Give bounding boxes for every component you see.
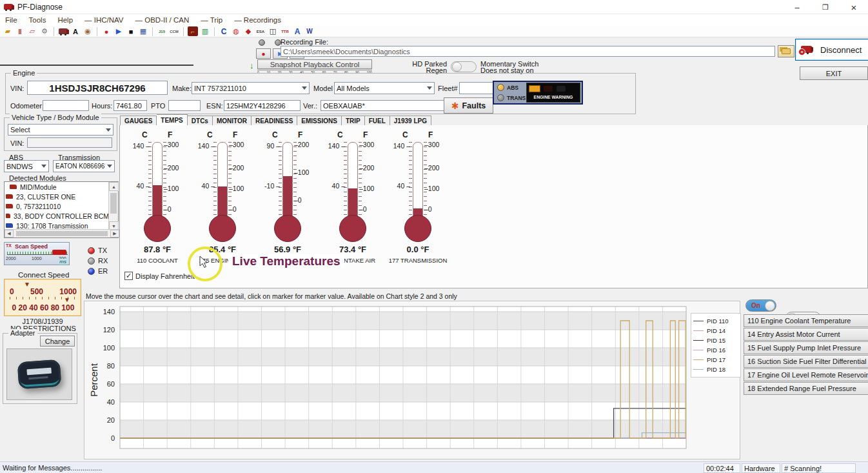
- thermometer-110-coolant: CF140 –40 ––300–200–100–087.8 °F110 COOL…: [125, 130, 190, 269]
- menu-item-ihc-nav[interactable]: — IHC/NAV: [84, 16, 124, 24]
- j1587-icon[interactable]: J15: [157, 26, 167, 36]
- recording-path-input[interactable]: C:\Users\smeek\Documents\Diagnostics: [281, 46, 775, 57]
- menu-item-file[interactable]: File: [5, 16, 17, 24]
- thermometer-bulb: [404, 215, 431, 242]
- scroll-right-icon[interactable]: ▶: [110, 230, 119, 237]
- pid-button-16[interactable]: 16 Suction Side Fuel Filter Differential…: [744, 355, 868, 368]
- display-fahrenheit-checkbox[interactable]: ✓ Display Fahrenheit: [124, 272, 195, 280]
- esn-label: ESN:: [206, 102, 223, 110]
- connection-icon[interactable]: ‖: [15, 26, 25, 36]
- cummins-icon[interactable]: C: [219, 26, 229, 36]
- celsius-header: C: [272, 130, 278, 139]
- ver-value: OEBXAUAB*: [323, 102, 365, 110]
- scroll-thumb[interactable]: [110, 193, 117, 214]
- hd-parked-regen-toggle[interactable]: [451, 61, 477, 72]
- vehicle-truck-icon[interactable]: [58, 26, 68, 36]
- faults-button[interactable]: ✱ Faults: [444, 97, 493, 114]
- chart-hint-text: Move the mouse cursor over the chart and…: [86, 292, 457, 300]
- pid-button-14[interactable]: 14 Entry Assist Motor Current: [744, 328, 868, 341]
- key-icon[interactable]: ⌐: [188, 26, 198, 36]
- esn-field[interactable]: 125HM2Y4128296: [224, 100, 301, 111]
- open-folder-icon[interactable]: ▰: [3, 26, 13, 36]
- record-button[interactable]: ●: [256, 48, 271, 59]
- led-label: RX: [98, 257, 108, 265]
- legend-label: PID 17: [707, 356, 725, 363]
- minimize-button[interactable]: –: [783, 0, 811, 14]
- toolbar-separator: [152, 27, 153, 36]
- pid-button-17[interactable]: 17 Engine Oil Level Remote Reservoir: [744, 368, 868, 381]
- allison-icon[interactable]: A: [292, 26, 302, 36]
- status-message: Waiting for Messages................: [3, 464, 102, 472]
- stop-icon[interactable]: ■: [126, 26, 136, 36]
- vertical-scrollbar[interactable]: ▲ ▼: [108, 182, 118, 230]
- pid-button-15[interactable]: 15 Fuel Supply Pump Inlet Pressure: [744, 341, 868, 354]
- module-list-item[interactable]: 0, 7573211010: [5, 201, 109, 211]
- menu-item-tools[interactable]: Tools: [29, 16, 46, 24]
- module-label: 130: 1708 Transmission: [16, 222, 88, 230]
- stamp-icon[interactable]: ◉: [83, 26, 93, 36]
- sidebar-vin-input[interactable]: [27, 137, 112, 148]
- svg-text:100: 100: [103, 344, 115, 352]
- transmission-select[interactable]: EATON K086696: [53, 160, 115, 172]
- module-list-item[interactable]: 23, CLUSTER ONE: [5, 192, 109, 201]
- ccm-icon[interactable]: CCM: [169, 26, 179, 36]
- h-scroll-thumb[interactable]: [16, 231, 108, 236]
- snapshot-playback-button[interactable]: Snapshot Playback Control: [257, 59, 372, 69]
- chart-container[interactable]: 020406080100120140Percent PID 110PID 14P…: [84, 301, 740, 459]
- on-toggle-label: On: [751, 302, 760, 309]
- module-label: 0, 7573211010: [16, 203, 61, 210]
- make-select[interactable]: INT 7573211010: [192, 82, 310, 94]
- dim-warning-icon: [544, 86, 553, 92]
- disconnect-button[interactable]: × Disconnect: [795, 39, 868, 61]
- detroit-icon[interactable]: ◍: [231, 26, 241, 36]
- menu-item-help[interactable]: Help: [57, 16, 73, 24]
- module-list-item[interactable]: MID/Module: [5, 182, 109, 192]
- menu-item-trip[interactable]: — Trip: [201, 16, 222, 24]
- line-chart[interactable]: 020406080100120140Percent: [84, 301, 740, 459]
- oc-icon[interactable]: ◫: [268, 26, 278, 36]
- on-toggle[interactable]: On: [745, 299, 776, 312]
- svg-text:0: 0: [111, 434, 115, 442]
- vehicle-type-select[interactable]: Select: [8, 124, 113, 136]
- close-button[interactable]: ×: [840, 0, 868, 14]
- ttr-icon[interactable]: TTR: [280, 26, 290, 36]
- browse-folder-button[interactable]: [778, 45, 794, 57]
- exit-button[interactable]: EXIT: [800, 66, 868, 80]
- pid-button-110[interactable]: 110 Engine Coolant Temperature: [744, 314, 868, 327]
- module-list-item[interactable]: 33, BODY CONTROLLER BCM: [5, 211, 109, 221]
- vin-field[interactable]: 1HSDJSJR8CH67296: [27, 81, 168, 95]
- eraser-icon[interactable]: ▱: [27, 26, 37, 36]
- detected-modules-list[interactable]: MID/Module23, CLUSTER ONE0, 757321101033…: [4, 181, 119, 238]
- change-adapter-button[interactable]: Change: [40, 336, 75, 347]
- scroll-up-icon[interactable]: ▲: [109, 182, 119, 191]
- menu-bar: FileToolsHelp— IHC/NAV— OBD-II / CAN— Tr…: [0, 14, 868, 26]
- diagnostics-icon[interactable]: ▥: [200, 26, 210, 36]
- model-select[interactable]: All Models: [334, 82, 435, 94]
- f-tick-label: –0: [359, 205, 367, 213]
- hours-field[interactable]: 7461.80: [113, 100, 147, 111]
- thermometer-bulb: [274, 215, 301, 242]
- scroll-left-icon[interactable]: ◀: [5, 230, 14, 237]
- legend-entry-pid-17: PID 17: [693, 355, 738, 365]
- chart-legend: PID 110PID 14PID 15PID 16PID 17PID 18: [691, 313, 741, 377]
- record-icon[interactable]: ●: [101, 26, 112, 36]
- restore-button[interactable]: ❐: [811, 0, 840, 14]
- settings-gear-icon[interactable]: ⚙: [39, 26, 50, 36]
- odometer-input[interactable]: [43, 100, 89, 111]
- play-icon[interactable]: ▶: [113, 26, 124, 36]
- international-icon[interactable]: ◆: [243, 26, 253, 36]
- menu-item-obd-ii-can[interactable]: — OBD-II / CAN: [135, 16, 190, 24]
- module-list-item[interactable]: 130: 1708 Transmission: [5, 221, 109, 230]
- pto-input[interactable]: [168, 100, 201, 111]
- module-label: MID/Module: [20, 183, 57, 191]
- model-value: All Models: [337, 85, 370, 92]
- esa-icon[interactable]: ESA: [255, 26, 266, 36]
- font-icon[interactable]: A: [70, 26, 81, 36]
- vehicle-type-value: Select: [10, 126, 30, 134]
- snapshot-film-icon[interactable]: ▦: [138, 26, 148, 36]
- abs-select[interactable]: BNDWS: [4, 160, 49, 172]
- pid-button-18[interactable]: 18 Extended Range Fuel Pressure: [744, 382, 868, 395]
- horizontal-scrollbar[interactable]: ◀ ▶: [5, 229, 119, 237]
- menu-item-recordings[interactable]: — Recordings: [234, 16, 281, 24]
- wabco-icon[interactable]: W: [304, 26, 315, 36]
